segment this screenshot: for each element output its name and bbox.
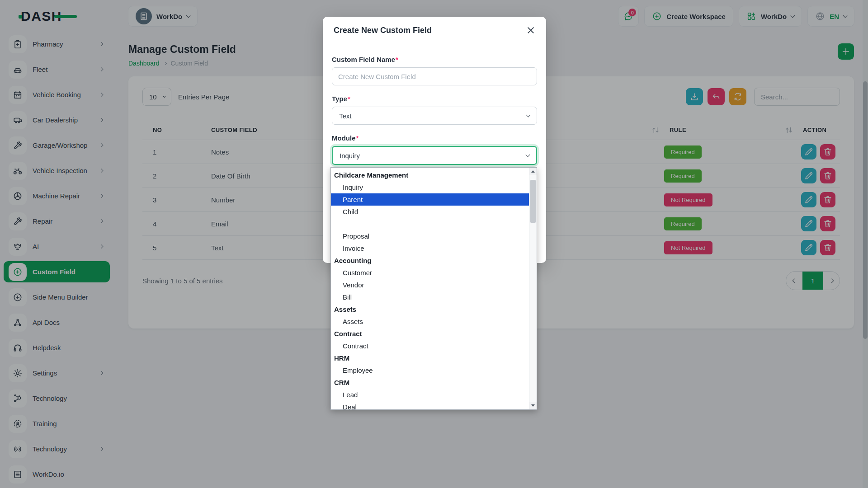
triangle-down-icon: [531, 404, 535, 407]
dropdown-option[interactable]: Vendor: [331, 279, 529, 291]
dropdown-option[interactable]: Assets: [331, 315, 529, 328]
dropdown-option[interactable]: Customer: [331, 267, 529, 279]
dropdown-option[interactable]: Contract: [331, 340, 529, 352]
custom-field-name-label: Custom Field Name*: [332, 56, 537, 63]
required-asterisk: *: [396, 56, 398, 63]
dropdown-group-label: Childcare Management: [331, 169, 529, 181]
type-select[interactable]: Text: [332, 107, 537, 125]
chevron-down-icon: [526, 153, 530, 157]
dropdown-scrollbar-track[interactable]: [529, 175, 537, 402]
dropdown-group-label: [331, 218, 529, 230]
dropdown-group-label: HRM: [331, 352, 529, 364]
close-icon[interactable]: [526, 26, 535, 35]
dropdown-group-label: Assets: [331, 303, 529, 315]
dropdown-group-label: Accounting: [331, 254, 529, 267]
dropdown-scrollbar[interactable]: [529, 168, 537, 409]
type-select-value: Text: [339, 112, 352, 120]
scroll-up-button[interactable]: [529, 168, 537, 175]
dropdown-group-label: Contract: [331, 328, 529, 340]
dropdown-group-label: CRM: [331, 376, 529, 389]
triangle-up-icon: [531, 170, 535, 173]
dropdown-option[interactable]: Bill: [331, 291, 529, 303]
modal-title: Create New Custom Field: [334, 26, 432, 35]
dropdown-option[interactable]: Inquiry: [331, 181, 529, 193]
required-asterisk: *: [348, 95, 350, 103]
dropdown-option[interactable]: Invoice: [331, 242, 529, 254]
required-asterisk: *: [356, 134, 359, 142]
module-select[interactable]: Inquiry: [332, 146, 537, 165]
dropdown-option[interactable]: Child: [331, 206, 529, 218]
scroll-down-button[interactable]: [529, 402, 537, 409]
dropdown-option[interactable]: Deal: [331, 401, 529, 409]
module-select-value: Inquiry: [340, 152, 360, 160]
dropdown-option[interactable]: Lead: [331, 389, 529, 401]
dropdown-option[interactable]: Employee: [331, 364, 529, 376]
module-dropdown-list: Childcare ManagementInquiryParentChildPr…: [330, 167, 537, 410]
type-label: Type*: [332, 95, 537, 103]
module-label: Module*: [332, 134, 537, 142]
dropdown-scrollbar-thumb[interactable]: [530, 180, 536, 223]
dropdown-option[interactable]: Parent: [331, 193, 529, 206]
custom-field-name-input[interactable]: [332, 67, 537, 85]
chevron-down-icon: [526, 113, 531, 117]
dropdown-option[interactable]: Proposal: [331, 230, 529, 242]
module-dropdown-options: Childcare ManagementInquiryParentChildPr…: [331, 168, 529, 409]
